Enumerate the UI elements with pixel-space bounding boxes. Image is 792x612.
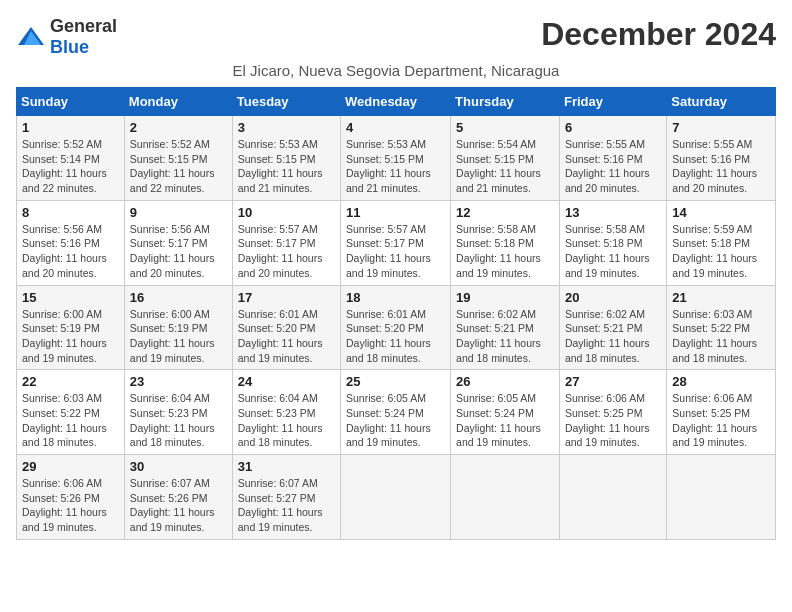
calendar-header: SundayMondayTuesdayWednesdayThursdayFrid… xyxy=(17,88,776,116)
weekday-header-wednesday: Wednesday xyxy=(341,88,451,116)
calendar-cell: 8Sunrise: 5:56 AM Sunset: 5:16 PM Daylig… xyxy=(17,200,125,285)
day-number: 13 xyxy=(565,205,661,220)
calendar-cell: 18Sunrise: 6:01 AM Sunset: 5:20 PM Dayli… xyxy=(341,285,451,370)
calendar-table: SundayMondayTuesdayWednesdayThursdayFrid… xyxy=(16,87,776,540)
day-number: 7 xyxy=(672,120,770,135)
day-number: 16 xyxy=(130,290,227,305)
calendar-cell: 10Sunrise: 5:57 AM Sunset: 5:17 PM Dayli… xyxy=(232,200,340,285)
day-number: 23 xyxy=(130,374,227,389)
day-info: Sunrise: 6:03 AM Sunset: 5:22 PM Dayligh… xyxy=(22,391,119,450)
day-info: Sunrise: 6:02 AM Sunset: 5:21 PM Dayligh… xyxy=(456,307,554,366)
calendar-cell: 29Sunrise: 6:06 AM Sunset: 5:26 PM Dayli… xyxy=(17,455,125,540)
main-title: December 2024 xyxy=(117,16,776,53)
calendar-week-row: 29Sunrise: 6:06 AM Sunset: 5:26 PM Dayli… xyxy=(17,455,776,540)
day-number: 14 xyxy=(672,205,770,220)
day-number: 11 xyxy=(346,205,445,220)
day-number: 20 xyxy=(565,290,661,305)
calendar-cell: 6Sunrise: 5:55 AM Sunset: 5:16 PM Daylig… xyxy=(559,116,666,201)
day-info: Sunrise: 6:06 AM Sunset: 5:26 PM Dayligh… xyxy=(22,476,119,535)
subtitle: El Jicaro, Nueva Segovia Department, Nic… xyxy=(16,62,776,79)
day-info: Sunrise: 5:54 AM Sunset: 5:15 PM Dayligh… xyxy=(456,137,554,196)
calendar-cell: 11Sunrise: 5:57 AM Sunset: 5:17 PM Dayli… xyxy=(341,200,451,285)
calendar-cell: 20Sunrise: 6:02 AM Sunset: 5:21 PM Dayli… xyxy=(559,285,666,370)
calendar-cell xyxy=(341,455,451,540)
calendar-body: 1Sunrise: 5:52 AM Sunset: 5:14 PM Daylig… xyxy=(17,116,776,540)
day-info: Sunrise: 5:53 AM Sunset: 5:15 PM Dayligh… xyxy=(238,137,335,196)
day-number: 15 xyxy=(22,290,119,305)
calendar-cell: 3Sunrise: 5:53 AM Sunset: 5:15 PM Daylig… xyxy=(232,116,340,201)
header: General Blue December 2024 xyxy=(16,16,776,58)
day-number: 9 xyxy=(130,205,227,220)
calendar-cell: 12Sunrise: 5:58 AM Sunset: 5:18 PM Dayli… xyxy=(451,200,560,285)
day-number: 21 xyxy=(672,290,770,305)
calendar-cell: 2Sunrise: 5:52 AM Sunset: 5:15 PM Daylig… xyxy=(124,116,232,201)
calendar-cell: 25Sunrise: 6:05 AM Sunset: 5:24 PM Dayli… xyxy=(341,370,451,455)
weekday-header-tuesday: Tuesday xyxy=(232,88,340,116)
day-info: Sunrise: 6:06 AM Sunset: 5:25 PM Dayligh… xyxy=(565,391,661,450)
calendar-cell: 28Sunrise: 6:06 AM Sunset: 5:25 PM Dayli… xyxy=(667,370,776,455)
day-info: Sunrise: 5:52 AM Sunset: 5:14 PM Dayligh… xyxy=(22,137,119,196)
day-info: Sunrise: 5:56 AM Sunset: 5:17 PM Dayligh… xyxy=(130,222,227,281)
day-number: 3 xyxy=(238,120,335,135)
calendar-cell: 23Sunrise: 6:04 AM Sunset: 5:23 PM Dayli… xyxy=(124,370,232,455)
day-info: Sunrise: 6:00 AM Sunset: 5:19 PM Dayligh… xyxy=(22,307,119,366)
calendar-cell: 24Sunrise: 6:04 AM Sunset: 5:23 PM Dayli… xyxy=(232,370,340,455)
calendar-cell: 27Sunrise: 6:06 AM Sunset: 5:25 PM Dayli… xyxy=(559,370,666,455)
day-number: 24 xyxy=(238,374,335,389)
day-info: Sunrise: 5:58 AM Sunset: 5:18 PM Dayligh… xyxy=(565,222,661,281)
day-number: 28 xyxy=(672,374,770,389)
day-info: Sunrise: 5:56 AM Sunset: 5:16 PM Dayligh… xyxy=(22,222,119,281)
day-number: 17 xyxy=(238,290,335,305)
calendar-week-row: 15Sunrise: 6:00 AM Sunset: 5:19 PM Dayli… xyxy=(17,285,776,370)
calendar-cell: 30Sunrise: 6:07 AM Sunset: 5:26 PM Dayli… xyxy=(124,455,232,540)
day-number: 8 xyxy=(22,205,119,220)
title-wrapper: December 2024 xyxy=(117,16,776,53)
logo-text: General Blue xyxy=(50,16,117,58)
day-info: Sunrise: 6:00 AM Sunset: 5:19 PM Dayligh… xyxy=(130,307,227,366)
day-number: 27 xyxy=(565,374,661,389)
day-number: 18 xyxy=(346,290,445,305)
day-info: Sunrise: 6:04 AM Sunset: 5:23 PM Dayligh… xyxy=(238,391,335,450)
day-info: Sunrise: 6:06 AM Sunset: 5:25 PM Dayligh… xyxy=(672,391,770,450)
day-info: Sunrise: 5:57 AM Sunset: 5:17 PM Dayligh… xyxy=(238,222,335,281)
calendar-cell: 31Sunrise: 6:07 AM Sunset: 5:27 PM Dayli… xyxy=(232,455,340,540)
calendar-cell xyxy=(667,455,776,540)
calendar-cell: 7Sunrise: 5:55 AM Sunset: 5:16 PM Daylig… xyxy=(667,116,776,201)
day-info: Sunrise: 6:05 AM Sunset: 5:24 PM Dayligh… xyxy=(346,391,445,450)
day-number: 29 xyxy=(22,459,119,474)
day-info: Sunrise: 6:02 AM Sunset: 5:21 PM Dayligh… xyxy=(565,307,661,366)
weekday-header-sunday: Sunday xyxy=(17,88,125,116)
calendar-week-row: 22Sunrise: 6:03 AM Sunset: 5:22 PM Dayli… xyxy=(17,370,776,455)
day-number: 2 xyxy=(130,120,227,135)
day-info: Sunrise: 6:07 AM Sunset: 5:26 PM Dayligh… xyxy=(130,476,227,535)
calendar-cell xyxy=(451,455,560,540)
day-info: Sunrise: 5:58 AM Sunset: 5:18 PM Dayligh… xyxy=(456,222,554,281)
calendar-cell: 19Sunrise: 6:02 AM Sunset: 5:21 PM Dayli… xyxy=(451,285,560,370)
logo-icon xyxy=(16,25,46,49)
weekday-header-row: SundayMondayTuesdayWednesdayThursdayFrid… xyxy=(17,88,776,116)
calendar-cell: 26Sunrise: 6:05 AM Sunset: 5:24 PM Dayli… xyxy=(451,370,560,455)
weekday-header-saturday: Saturday xyxy=(667,88,776,116)
calendar-cell: 14Sunrise: 5:59 AM Sunset: 5:18 PM Dayli… xyxy=(667,200,776,285)
logo-general: General xyxy=(50,16,117,36)
day-info: Sunrise: 6:03 AM Sunset: 5:22 PM Dayligh… xyxy=(672,307,770,366)
day-info: Sunrise: 5:59 AM Sunset: 5:18 PM Dayligh… xyxy=(672,222,770,281)
calendar-cell: 9Sunrise: 5:56 AM Sunset: 5:17 PM Daylig… xyxy=(124,200,232,285)
day-info: Sunrise: 5:55 AM Sunset: 5:16 PM Dayligh… xyxy=(565,137,661,196)
subtitle-wrapper: El Jicaro, Nueva Segovia Department, Nic… xyxy=(16,62,776,79)
calendar-cell: 13Sunrise: 5:58 AM Sunset: 5:18 PM Dayli… xyxy=(559,200,666,285)
day-number: 10 xyxy=(238,205,335,220)
day-info: Sunrise: 6:07 AM Sunset: 5:27 PM Dayligh… xyxy=(238,476,335,535)
weekday-header-friday: Friday xyxy=(559,88,666,116)
day-number: 6 xyxy=(565,120,661,135)
day-info: Sunrise: 5:55 AM Sunset: 5:16 PM Dayligh… xyxy=(672,137,770,196)
calendar-cell: 15Sunrise: 6:00 AM Sunset: 5:19 PM Dayli… xyxy=(17,285,125,370)
calendar-cell: 1Sunrise: 5:52 AM Sunset: 5:14 PM Daylig… xyxy=(17,116,125,201)
day-number: 30 xyxy=(130,459,227,474)
day-info: Sunrise: 6:01 AM Sunset: 5:20 PM Dayligh… xyxy=(346,307,445,366)
day-info: Sunrise: 5:57 AM Sunset: 5:17 PM Dayligh… xyxy=(346,222,445,281)
day-info: Sunrise: 6:05 AM Sunset: 5:24 PM Dayligh… xyxy=(456,391,554,450)
weekday-header-monday: Monday xyxy=(124,88,232,116)
day-number: 19 xyxy=(456,290,554,305)
calendar-cell xyxy=(559,455,666,540)
